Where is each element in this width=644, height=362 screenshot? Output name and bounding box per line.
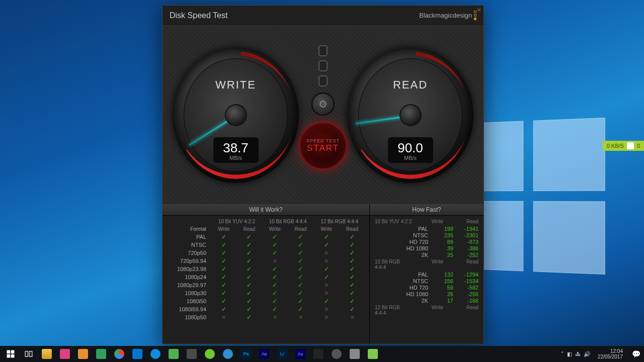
check-icon: ✓ (324, 233, 329, 240)
check-icon: ✓ (272, 282, 277, 289)
start-button[interactable]: SPEED TEST START (299, 122, 347, 170)
check-icon: ✓ (247, 290, 252, 297)
clock-time: 12:04 (598, 348, 623, 354)
notifications-button[interactable]: 💬 (630, 347, 642, 361)
speed-test-label: SPEED TEST (306, 138, 340, 143)
check-icon: ✓ (298, 241, 303, 248)
photoshop-icon[interactable]: Ps (237, 347, 255, 361)
app-title: Disk Speed Test (170, 11, 227, 20)
fast-row: 2K17-168 (375, 297, 478, 304)
check-icon: ✓ (221, 233, 226, 240)
check-icon: ✓ (350, 257, 355, 264)
aftereffects-icon[interactable]: Ae (256, 347, 273, 361)
titlebar[interactable]: Disk Speed Test Blackmagicdesign (163, 6, 484, 26)
file-explorer-icon[interactable] (38, 347, 55, 361)
teamviewer-icon[interactable] (147, 347, 164, 361)
tray-icon-1[interactable]: ◧ (567, 351, 572, 357)
app-icon-6[interactable] (219, 347, 236, 361)
brand-label: Blackmagicdesign (419, 11, 476, 20)
task-view-button[interactable] (20, 347, 37, 361)
app-icon-3[interactable] (93, 347, 110, 361)
check-icon: ✓ (247, 265, 252, 273)
will-it-work-panel: Will it Work? 10 Bit YUV 4:2:210 Bit RGB… (163, 204, 370, 344)
doc-icon (627, 142, 634, 149)
svg-rect-3 (11, 354, 15, 358)
tally-lights (318, 45, 328, 86)
network-widget: 0 KB/S 0 (603, 141, 644, 151)
cross-icon: ✕ (350, 314, 355, 320)
check-icon: ✓ (298, 282, 303, 289)
cross-icon: ✕ (324, 306, 329, 312)
net-speed-label: 0 KB/S (607, 143, 624, 149)
app-icon-8[interactable] (346, 347, 363, 361)
app-icon-4[interactable] (165, 347, 182, 361)
check-icon: ✓ (324, 265, 329, 273)
cross-icon: ✕ (324, 282, 329, 288)
app-icon-9[interactable] (364, 347, 381, 361)
app-icon-7[interactable] (328, 347, 345, 361)
cmd-icon[interactable] (310, 347, 327, 361)
cross-icon: ✕ (298, 314, 303, 320)
table-row: 1080p24✓✓✓✓✓✓ (167, 273, 365, 281)
check-icon: ✓ (324, 298, 329, 305)
table-row: NTSC✓✓✓✓✓✓ (167, 241, 365, 249)
tray-network-icon[interactable]: 🖧 (575, 351, 581, 357)
cross-icon: ✕ (324, 290, 329, 296)
taskbar-clock[interactable]: 12:04 22/05/2017 (595, 348, 626, 360)
start-menu-button[interactable] (2, 347, 19, 361)
check-icon: ✓ (272, 290, 277, 297)
check-icon: ✓ (247, 241, 252, 248)
cross-icon: ✕ (221, 314, 226, 320)
will-table: 10 Bit YUV 4:2:210 Bit RGB 4:4:412 Bit R… (167, 218, 365, 321)
tray-chevron-icon[interactable]: ˄ (561, 351, 564, 357)
check-icon: ✓ (350, 249, 355, 256)
audition-icon[interactable]: Au (292, 347, 309, 361)
fast-row: PAL132-1294 (375, 271, 478, 278)
outlook-icon[interactable] (129, 347, 146, 361)
check-icon: ✓ (272, 298, 277, 305)
write-display: 38.7 MB/s (213, 137, 259, 163)
check-icon: ✓ (272, 241, 277, 248)
lightroom-icon[interactable]: Lr (274, 347, 291, 361)
check-icon: ✓ (272, 249, 277, 256)
cross-icon: ✕ (324, 258, 329, 264)
camtasia-icon[interactable] (183, 347, 200, 361)
fast-row: HD 72059-582 (375, 284, 478, 291)
check-icon: ✓ (350, 282, 355, 289)
read-value: 90.0 (397, 140, 424, 156)
settings-button[interactable]: ⚙ (311, 93, 335, 116)
check-icon: ✓ (298, 274, 303, 281)
cross-icon: ✕ (273, 258, 277, 264)
svg-rect-1 (11, 350, 15, 354)
net-count: 0 (637, 143, 640, 149)
check-icon: ✓ (247, 314, 252, 321)
close-icon[interactable]: ✕ (476, 7, 481, 14)
check-icon: ✓ (350, 233, 355, 240)
read-label: READ (347, 78, 473, 92)
check-icon: ✓ (298, 290, 303, 297)
check-icon: ✓ (221, 265, 226, 273)
app-icon-2[interactable] (74, 347, 92, 361)
write-gauge: WRITE 38.7 MB/s (173, 47, 299, 183)
app-icon-1[interactable] (56, 347, 73, 361)
check-icon: ✓ (298, 265, 303, 273)
check-icon: ✓ (350, 298, 355, 305)
svg-rect-2 (7, 354, 11, 358)
chrome-icon[interactable] (111, 347, 128, 361)
fast-row: 2K25-252 (375, 251, 478, 258)
fast-row: HD 108026-258 (375, 291, 478, 297)
check-icon: ✓ (221, 298, 226, 305)
table-row: 1080p30✓✓✓✓✕✓ (167, 289, 365, 297)
check-icon: ✓ (272, 265, 277, 273)
table-row: 1080i59.94✓✓✓✓✕✓ (167, 305, 365, 313)
taskbar[interactable]: Ps Ae Lr Au ˄ ◧ 🖧 🔊 12:04 22/05/2017 💬 (0, 346, 644, 362)
check-icon: ✓ (247, 257, 252, 264)
check-icon: ✓ (298, 306, 303, 313)
check-icon: ✓ (221, 282, 226, 289)
fast-row: HD 72089-873 (375, 238, 478, 245)
tray-volume-icon[interactable]: 🔊 (584, 351, 591, 357)
table-row: 1080p29.97✓✓✓✓✕✓ (167, 281, 365, 289)
system-tray[interactable]: ˄ ◧ 🖧 🔊 (561, 351, 591, 357)
app-icon-5[interactable] (201, 347, 218, 361)
fast-row: PAL198-1941 (375, 225, 478, 232)
